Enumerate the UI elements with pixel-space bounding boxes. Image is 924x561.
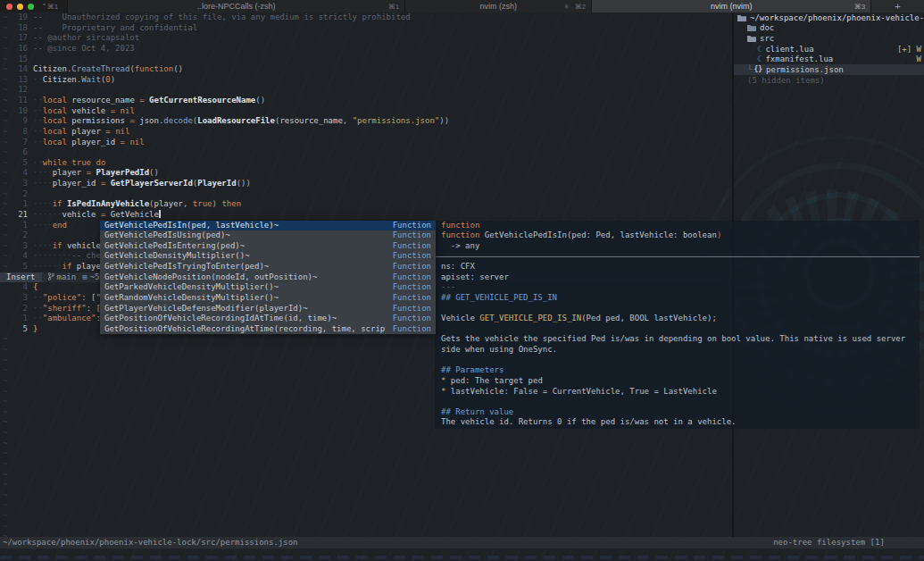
- line-number: 9: [11, 116, 28, 127]
- line-number: [11, 522, 28, 532]
- completion-popup[interactable]: GetVehiclePedIsIn(ped, lastVehicle)~Func…: [100, 221, 436, 335]
- code-line[interactable]: ~18-- Proprietary and confidential: [0, 23, 732, 34]
- git-branch-icon: [48, 272, 54, 282]
- code-line[interactable]: ~12: [0, 85, 732, 96]
- code-segment: resource_name: [67, 96, 139, 105]
- code-line[interactable]: ~11··local resource_name = GetCurrentRes…: [0, 96, 732, 106]
- line-number: 18: [11, 23, 28, 34]
- tab-nvim-nvim-active[interactable]: nvim (nvim) ⌘3: [591, 0, 870, 13]
- completion-item[interactable]: GetRandomVehicleDensityMultiplier()~Func…: [100, 293, 436, 304]
- line-number: [11, 376, 28, 387]
- code-line[interactable]: ~6: [0, 147, 732, 158]
- code-line[interactable]: ~17-- @author sircapsalot: [0, 33, 732, 44]
- code-segment: local: [43, 127, 67, 136]
- empty-line-marker: ~: [0, 127, 11, 138]
- completion-item[interactable]: GetParkedVehicleDensityMultiplier()~Func…: [100, 282, 436, 293]
- line-text: -- Proprietary and confidential: [28, 23, 732, 34]
- code-segment: local: [43, 116, 67, 125]
- code-segment: (): [255, 96, 265, 105]
- code-line[interactable]: ~7··local player_id = nil: [0, 138, 732, 148]
- completion-label: GetRandomVehicleDensityMultiplier()~: [104, 293, 386, 304]
- code-segment: true: [71, 158, 91, 167]
- code-line[interactable]: ~13··Citizen.Wait(0): [0, 75, 732, 86]
- tree-item[interactable]: └{}permissions.json: [734, 64, 924, 75]
- zoom-window-button[interactable]: [28, 4, 34, 10]
- code-segment: ---: [441, 282, 455, 291]
- line-text: [28, 522, 732, 532]
- completion-item[interactable]: GetVehiclePedIsEntering(ped)~Function: [100, 241, 436, 252]
- code-segment: vehicle: [67, 106, 111, 115]
- code-line[interactable]: ~4····player = PlayerPedId(): [0, 168, 732, 179]
- code-line[interactable]: ~2: [0, 189, 732, 200]
- close-window-button[interactable]: [6, 4, 12, 10]
- code-segment: ··: [33, 304, 43, 313]
- line-number: 1: [11, 314, 28, 324]
- empty-line[interactable]: ~: [0, 480, 732, 490]
- empty-line[interactable]: ~: [0, 522, 732, 532]
- code-segment: player_id: [53, 179, 101, 188]
- line-text: ····if IsPedInAnyVehicle(player, true) t…: [28, 199, 732, 210]
- completion-item[interactable]: GetVehicleDensityMultiplier()~Function: [100, 251, 436, 262]
- empty-line-marker: ~: [0, 13, 11, 23]
- tree-item[interactable]: ~/workspace/phoenix/phoenix-vehicle-lock: [734, 13, 924, 23]
- documentation-float: functionfunction GetVehiclePedIsIn(ped: …: [435, 221, 920, 429]
- empty-line[interactable]: ~: [0, 490, 732, 501]
- code-line[interactable]: ~15: [0, 54, 732, 65]
- code-line[interactable]: ~1····if IsPedInAnyVehicle(player, true)…: [0, 199, 732, 210]
- tab-nvim-zsh[interactable]: nvim (zsh) ✳ ⌘2: [404, 0, 591, 13]
- code-line[interactable]: ~8··local player = nil: [0, 127, 732, 138]
- code-line[interactable]: ~16-- @since Oct 4, 2023: [0, 44, 732, 54]
- code-line[interactable]: ~21······vehicle = GetVehicle: [0, 210, 732, 221]
- empty-line[interactable]: ~: [0, 459, 732, 470]
- empty-line-marker: ~: [0, 397, 11, 407]
- empty-line-marker: ~: [0, 345, 11, 356]
- code-segment: GET_VEHICLE_PED_IS_IN: [479, 314, 581, 322]
- completion-item[interactable]: GetPositionOfVehicleRecordingAtTime(reco…: [100, 324, 436, 335]
- tree-item-label: permissions.json: [766, 65, 924, 74]
- empty-line[interactable]: ~: [0, 448, 732, 459]
- line-number: [11, 470, 28, 481]
- doc-line: ns: CFX: [435, 262, 920, 272]
- code-segment: vehicle: [62, 241, 101, 250]
- empty-line[interactable]: ~: [0, 428, 732, 439]
- code-line[interactable]: ~10··local vehicle = nil: [0, 106, 732, 117]
- tree-item[interactable]: ☾fxmanifest.luaW: [734, 54, 924, 65]
- code-line[interactable]: ~19-- Unauthorized copying of this file,…: [0, 13, 732, 23]
- code-segment: ns: CFX: [441, 262, 475, 271]
- code-segment: ): [111, 75, 115, 84]
- completion-item[interactable]: GetPositionOfVehicleRecordingIdAtTime(id…: [100, 314, 436, 324]
- code-segment: GetVehicle: [105, 210, 159, 219]
- window-shortcut-label: ⌃⌘1: [41, 0, 67, 13]
- empty-line[interactable]: ~: [0, 500, 732, 511]
- code-line[interactable]: ~9··local permissions = json.decode(Load…: [0, 116, 732, 127]
- empty-line[interactable]: ~: [0, 470, 732, 481]
- empty-line[interactable]: ~: [0, 439, 732, 449]
- empty-line[interactable]: ~: [0, 511, 732, 522]
- code-segment: -- @author sircapsalot: [33, 33, 139, 42]
- empty-line-marker: ~: [0, 179, 11, 189]
- tree-item[interactable]: ☾client.lua[+] W: [734, 44, 924, 54]
- completion-item[interactable]: GetVehiclePedIsTryingToEnter(ped)~Functi…: [100, 262, 436, 272]
- code-line[interactable]: ~3····player_id = GetPlayerServerId(Play…: [0, 179, 732, 189]
- line-text: [28, 439, 732, 449]
- completion-item[interactable]: GetVehiclePedIsIn(ped, lastVehicle)~Func…: [100, 221, 436, 231]
- code-segment: player: [67, 127, 105, 136]
- empty-line-marker: ~: [0, 54, 11, 65]
- tree-item[interactable]: src: [734, 33, 924, 44]
- code-segment: ··: [33, 314, 43, 322]
- line-number: 3: [11, 241, 28, 252]
- completion-item[interactable]: GetPlayerVehicleDefenseModifier(playerId…: [100, 304, 436, 314]
- minimize-window-button[interactable]: [17, 4, 23, 10]
- tab-lore-npccalls[interactable]: ..lore-NPCCalls (-zsh) ⌘1: [67, 0, 404, 13]
- tab-bar: ⌃⌘1 ..lore-NPCCalls (-zsh) ⌘1 nvim (zsh)…: [0, 0, 924, 13]
- completion-item[interactable]: GetVehicleNodePosition(nodeId, outPositi…: [100, 272, 436, 283]
- code-line[interactable]: ~5··while true do: [0, 158, 732, 169]
- code-segment: CreateThread: [71, 64, 129, 73]
- line-text: ··local resource_name = GetCurrentResour…: [28, 96, 732, 106]
- command-line[interactable]: [0, 548, 924, 561]
- code-line[interactable]: ~14Citizen.CreateThread(function(): [0, 64, 732, 75]
- tree-item[interactable]: doc: [734, 23, 924, 34]
- new-tab-button[interactable]: +: [870, 0, 924, 13]
- tree-item[interactable]: (5 hidden items): [734, 75, 924, 86]
- completion-item[interactable]: GetVehiclePedIsUsing(ped)~Function: [100, 230, 436, 241]
